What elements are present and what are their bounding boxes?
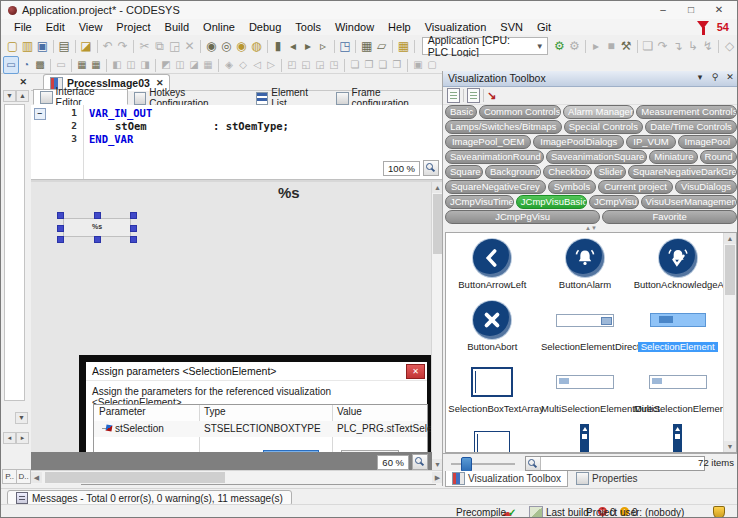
scroll-left-icon[interactable]: ◀ <box>31 472 42 483</box>
stop-icon[interactable]: ■ <box>604 38 619 54</box>
category-jcmpvisu[interactable]: JCmpVisu <box>589 195 639 209</box>
visualization-canvas[interactable]: %s %s Assign parameters <SelectionElemen… <box>31 182 432 452</box>
package-icon[interactable]: ◪ <box>79 38 94 54</box>
bookmark-clear-icon[interactable]: ▹ <box>316 38 331 54</box>
category-jcmpvisutime[interactable]: JCmpVisuTime <box>445 195 514 209</box>
print-icon[interactable]: ▤ <box>57 38 72 54</box>
copy-icon[interactable]: ⧉ <box>152 38 167 54</box>
catalog-icon[interactable]: ▦ <box>359 38 374 54</box>
panel-header[interactable]: Visualization Toolbox ▾ ⚲ ✕ <box>443 71 738 87</box>
menu-view[interactable]: View <box>72 19 110 35</box>
active-application-combo[interactable]: Application [CPU: PLC Logic] ▼ <box>422 37 548 55</box>
left-panel-scroll-up-icon[interactable]: ▲ <box>16 90 29 102</box>
notifications-funnel-icon[interactable] <box>697 21 709 29</box>
new-project-icon[interactable]: ▢ <box>5 38 20 54</box>
bookmark-prev-icon[interactable]: ◂ <box>286 38 301 54</box>
menu-svn[interactable]: SVN <box>493 19 530 35</box>
send-backward-icon[interactable]: ❒ <box>390 57 404 73</box>
category-imagepooldialogs[interactable]: ImagePoolDialogs <box>533 135 624 149</box>
menu-tools[interactable]: Tools <box>288 19 328 35</box>
align-top-icon[interactable]: ◩ <box>159 57 173 73</box>
category-square[interactable]: Square <box>445 165 483 179</box>
ungroup-icon[interactable]: ▢ <box>425 57 439 73</box>
category-squarenegativegrey[interactable]: SquareNegativeGrey <box>445 180 546 194</box>
run-to-cursor-icon[interactable]: ↯ <box>700 38 715 54</box>
tab-properties[interactable]: Properties <box>570 471 644 486</box>
category-saveanimationsquare[interactable]: SaveanimationSquare <box>546 150 647 164</box>
category-ip-vum[interactable]: IP_VUM <box>626 135 675 149</box>
find-in-project-icon[interactable]: ◉ <box>234 38 249 54</box>
replace-in-project-icon[interactable]: ◍ <box>249 38 264 54</box>
bookmark-next-icon[interactable]: ▸ <box>301 38 316 54</box>
menu-file[interactable]: File <box>7 19 39 35</box>
align-bottom-icon[interactable]: ◪ <box>187 57 201 73</box>
icon-size-slider-thumb[interactable] <box>461 457 472 472</box>
menu-help[interactable]: Help <box>381 19 418 35</box>
size-to-grid-icon[interactable]: ◰ <box>285 57 299 73</box>
category-imagepool[interactable]: ImagePool <box>678 135 737 149</box>
tab-visualization-toolbox[interactable]: Visualization Toolbox <box>445 471 568 487</box>
category-symbols[interactable]: Symbols <box>548 180 596 194</box>
panel-close-icon[interactable]: ✕ <box>723 72 737 82</box>
toolbox-item-buttonacknowledgealarm[interactable]: ButtonAcknowledgeAla... <box>631 236 724 298</box>
category-common-controls[interactable]: Common Controls <box>479 105 561 119</box>
toolbox-item-selectionelementdirect[interactable]: SelectionElementDirect <box>539 298 632 360</box>
panel-pin-icon[interactable]: ⚲ <box>708 72 722 82</box>
category-date-time-controls[interactable]: Date/Time Controls <box>645 120 737 134</box>
distribute-horizontal-icon[interactable]: ◈ <box>222 57 236 73</box>
menu-debug[interactable]: Debug <box>242 19 288 35</box>
step-into-icon[interactable]: ↴ <box>670 38 685 54</box>
export-icon[interactable]: ◳ <box>337 38 352 54</box>
zoom-tool-icon[interactable]: ◔ <box>19 57 33 73</box>
interface-code-editor[interactable]: − 1 2 3 VAR_IN_OUT stOem : stOemType; EN… <box>31 105 443 179</box>
category-imagepool-oem[interactable]: ImagePool_OEM <box>445 135 531 149</box>
horizontal-scroll-thumb[interactable] <box>45 472 225 483</box>
category-favorite[interactable]: Favorite <box>602 210 737 224</box>
step-over-icon[interactable]: ↷ <box>655 38 670 54</box>
toolbox-insert-arrow-icon[interactable]: ↘ <box>487 89 496 102</box>
subtab-frame-configuration[interactable]: Frame configuration <box>330 91 443 105</box>
subtab-hotkeys-configuration[interactable]: Hotkeys Configuration <box>128 91 250 105</box>
make-same-width-icon[interactable]: ◁ <box>250 57 264 73</box>
handle-sw[interactable] <box>57 236 64 243</box>
cut-icon[interactable]: ✂ <box>137 38 152 54</box>
build-tools-icon[interactable]: ⚒ <box>619 38 634 54</box>
left-tab-pous[interactable]: P.. <box>2 469 17 484</box>
toolbox-item-selectionboxtextarray[interactable]: SelectionBoxTextArray <box>446 360 539 422</box>
handle-e[interactable] <box>130 225 137 232</box>
align-center-icon[interactable]: ◫ <box>124 57 138 73</box>
left-tabs-next-icon[interactable]: ▸ <box>16 432 29 444</box>
panel-menu-icon[interactable]: ▾ <box>693 72 707 82</box>
menu-online[interactable]: Online <box>196 19 242 35</box>
category-visudialogs[interactable]: VisuDialogs <box>675 180 737 194</box>
logout-icon[interactable]: ⚙ <box>567 38 582 54</box>
search-input[interactable] <box>541 457 704 470</box>
menu-edit[interactable]: Edit <box>39 19 72 35</box>
calendar-icon[interactable]: ▦ <box>396 38 411 54</box>
menu-build[interactable]: Build <box>158 19 196 35</box>
category-saveanimationround[interactable]: SaveanimationRound <box>445 150 544 164</box>
handle-nw[interactable] <box>57 212 64 219</box>
toolbox-search[interactable] <box>525 456 705 471</box>
category-miniature[interactable]: Miniature <box>649 150 697 164</box>
category-round[interactable]: Round <box>700 150 737 164</box>
category-visuusermanagement[interactable]: VisuUserManagement <box>641 195 737 209</box>
category-special-controls[interactable]: Special Controls <box>564 120 644 134</box>
project-user[interactable]: Project user: (nobody) <box>586 507 684 518</box>
menu-visualization[interactable]: Visualization <box>418 19 494 35</box>
make-same-height-icon[interactable]: ▷ <box>264 57 278 73</box>
code-zoom-icon[interactable] <box>423 160 439 176</box>
open-project-icon[interactable]: ▥ <box>20 38 35 54</box>
size-icon-4[interactable]: ◳ <box>327 57 341 73</box>
category-checkbox[interactable]: Checkbox <box>543 165 592 179</box>
left-panel-scroll-down-icon[interactable]: ▼ <box>15 412 28 424</box>
canvas-zoom-value[interactable]: 60 % <box>377 455 409 470</box>
selected-visual-element[interactable]: %s <box>63 218 131 237</box>
category-current-project[interactable]: Current project <box>598 180 673 194</box>
toolbox-doc-icon-1[interactable] <box>447 88 460 103</box>
undo-icon[interactable]: ↶ <box>100 38 115 54</box>
toolbox-item-partial-1[interactable] <box>446 422 539 453</box>
handle-w[interactable] <box>57 225 64 232</box>
subtab-interface-editor[interactable]: Interface Editor <box>33 89 128 105</box>
items-scroll-thumb[interactable] <box>725 245 735 295</box>
